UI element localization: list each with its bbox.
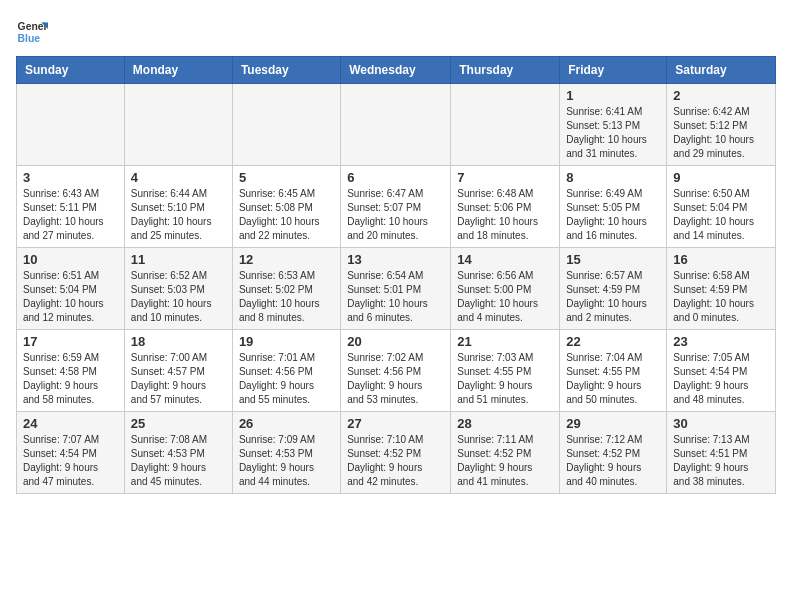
- day-info: Sunrise: 6:59 AM Sunset: 4:58 PM Dayligh…: [23, 351, 118, 407]
- day-info: Sunrise: 6:42 AM Sunset: 5:12 PM Dayligh…: [673, 105, 769, 161]
- calendar-cell: 13Sunrise: 6:54 AM Sunset: 5:01 PM Dayli…: [341, 248, 451, 330]
- calendar-cell: 20Sunrise: 7:02 AM Sunset: 4:56 PM Dayli…: [341, 330, 451, 412]
- day-number: 28: [457, 416, 553, 431]
- day-info: Sunrise: 7:02 AM Sunset: 4:56 PM Dayligh…: [347, 351, 444, 407]
- logo-icon: General Blue: [16, 16, 48, 48]
- calendar-cell: 19Sunrise: 7:01 AM Sunset: 4:56 PM Dayli…: [232, 330, 340, 412]
- calendar-cell: 2Sunrise: 6:42 AM Sunset: 5:12 PM Daylig…: [667, 84, 776, 166]
- day-info: Sunrise: 6:53 AM Sunset: 5:02 PM Dayligh…: [239, 269, 334, 325]
- calendar-cell: 8Sunrise: 6:49 AM Sunset: 5:05 PM Daylig…: [560, 166, 667, 248]
- day-number: 22: [566, 334, 660, 349]
- day-number: 15: [566, 252, 660, 267]
- day-info: Sunrise: 6:56 AM Sunset: 5:00 PM Dayligh…: [457, 269, 553, 325]
- calendar-cell: 4Sunrise: 6:44 AM Sunset: 5:10 PM Daylig…: [124, 166, 232, 248]
- day-info: Sunrise: 6:49 AM Sunset: 5:05 PM Dayligh…: [566, 187, 660, 243]
- calendar-cell: 22Sunrise: 7:04 AM Sunset: 4:55 PM Dayli…: [560, 330, 667, 412]
- calendar-cell: 25Sunrise: 7:08 AM Sunset: 4:53 PM Dayli…: [124, 412, 232, 494]
- weekday-header: Thursday: [451, 57, 560, 84]
- calendar-cell: 26Sunrise: 7:09 AM Sunset: 4:53 PM Dayli…: [232, 412, 340, 494]
- calendar-table: SundayMondayTuesdayWednesdayThursdayFrid…: [16, 56, 776, 494]
- weekday-header: Monday: [124, 57, 232, 84]
- page-header: General Blue: [16, 16, 776, 48]
- day-number: 1: [566, 88, 660, 103]
- calendar-cell: 10Sunrise: 6:51 AM Sunset: 5:04 PM Dayli…: [17, 248, 125, 330]
- day-number: 26: [239, 416, 334, 431]
- day-number: 5: [239, 170, 334, 185]
- day-info: Sunrise: 6:58 AM Sunset: 4:59 PM Dayligh…: [673, 269, 769, 325]
- day-info: Sunrise: 6:57 AM Sunset: 4:59 PM Dayligh…: [566, 269, 660, 325]
- day-number: 8: [566, 170, 660, 185]
- weekday-header: Sunday: [17, 57, 125, 84]
- day-number: 21: [457, 334, 553, 349]
- day-info: Sunrise: 7:03 AM Sunset: 4:55 PM Dayligh…: [457, 351, 553, 407]
- weekday-header: Tuesday: [232, 57, 340, 84]
- calendar-cell: 9Sunrise: 6:50 AM Sunset: 5:04 PM Daylig…: [667, 166, 776, 248]
- day-number: 18: [131, 334, 226, 349]
- weekday-header: Saturday: [667, 57, 776, 84]
- day-number: 25: [131, 416, 226, 431]
- day-number: 12: [239, 252, 334, 267]
- day-number: 10: [23, 252, 118, 267]
- calendar-week: 24Sunrise: 7:07 AM Sunset: 4:54 PM Dayli…: [17, 412, 776, 494]
- calendar-cell: 16Sunrise: 6:58 AM Sunset: 4:59 PM Dayli…: [667, 248, 776, 330]
- day-number: 4: [131, 170, 226, 185]
- calendar-cell: 11Sunrise: 6:52 AM Sunset: 5:03 PM Dayli…: [124, 248, 232, 330]
- calendar-cell: 18Sunrise: 7:00 AM Sunset: 4:57 PM Dayli…: [124, 330, 232, 412]
- day-number: 19: [239, 334, 334, 349]
- day-info: Sunrise: 7:12 AM Sunset: 4:52 PM Dayligh…: [566, 433, 660, 489]
- day-info: Sunrise: 7:11 AM Sunset: 4:52 PM Dayligh…: [457, 433, 553, 489]
- day-number: 9: [673, 170, 769, 185]
- calendar-cell: [232, 84, 340, 166]
- calendar-cell: 17Sunrise: 6:59 AM Sunset: 4:58 PM Dayli…: [17, 330, 125, 412]
- calendar-week: 3Sunrise: 6:43 AM Sunset: 5:11 PM Daylig…: [17, 166, 776, 248]
- day-info: Sunrise: 7:08 AM Sunset: 4:53 PM Dayligh…: [131, 433, 226, 489]
- logo: General Blue: [16, 16, 48, 48]
- svg-text:Blue: Blue: [18, 33, 41, 44]
- calendar-cell: 23Sunrise: 7:05 AM Sunset: 4:54 PM Dayli…: [667, 330, 776, 412]
- day-number: 29: [566, 416, 660, 431]
- day-number: 3: [23, 170, 118, 185]
- day-info: Sunrise: 6:44 AM Sunset: 5:10 PM Dayligh…: [131, 187, 226, 243]
- day-info: Sunrise: 6:45 AM Sunset: 5:08 PM Dayligh…: [239, 187, 334, 243]
- calendar-cell: 3Sunrise: 6:43 AM Sunset: 5:11 PM Daylig…: [17, 166, 125, 248]
- calendar-cell: 29Sunrise: 7:12 AM Sunset: 4:52 PM Dayli…: [560, 412, 667, 494]
- day-info: Sunrise: 7:05 AM Sunset: 4:54 PM Dayligh…: [673, 351, 769, 407]
- day-number: 27: [347, 416, 444, 431]
- day-info: Sunrise: 6:50 AM Sunset: 5:04 PM Dayligh…: [673, 187, 769, 243]
- weekday-header: Wednesday: [341, 57, 451, 84]
- day-info: Sunrise: 6:41 AM Sunset: 5:13 PM Dayligh…: [566, 105, 660, 161]
- day-number: 24: [23, 416, 118, 431]
- day-number: 14: [457, 252, 553, 267]
- calendar-cell: 1Sunrise: 6:41 AM Sunset: 5:13 PM Daylig…: [560, 84, 667, 166]
- day-number: 20: [347, 334, 444, 349]
- calendar-cell: 28Sunrise: 7:11 AM Sunset: 4:52 PM Dayli…: [451, 412, 560, 494]
- calendar-cell: 12Sunrise: 6:53 AM Sunset: 5:02 PM Dayli…: [232, 248, 340, 330]
- day-info: Sunrise: 6:48 AM Sunset: 5:06 PM Dayligh…: [457, 187, 553, 243]
- calendar-header: SundayMondayTuesdayWednesdayThursdayFrid…: [17, 57, 776, 84]
- day-number: 23: [673, 334, 769, 349]
- day-number: 7: [457, 170, 553, 185]
- calendar-cell: 6Sunrise: 6:47 AM Sunset: 5:07 PM Daylig…: [341, 166, 451, 248]
- day-info: Sunrise: 7:04 AM Sunset: 4:55 PM Dayligh…: [566, 351, 660, 407]
- calendar-cell: 5Sunrise: 6:45 AM Sunset: 5:08 PM Daylig…: [232, 166, 340, 248]
- day-info: Sunrise: 7:13 AM Sunset: 4:51 PM Dayligh…: [673, 433, 769, 489]
- day-number: 30: [673, 416, 769, 431]
- calendar-cell: 14Sunrise: 6:56 AM Sunset: 5:00 PM Dayli…: [451, 248, 560, 330]
- calendar-week: 1Sunrise: 6:41 AM Sunset: 5:13 PM Daylig…: [17, 84, 776, 166]
- day-info: Sunrise: 7:07 AM Sunset: 4:54 PM Dayligh…: [23, 433, 118, 489]
- calendar-cell: 21Sunrise: 7:03 AM Sunset: 4:55 PM Dayli…: [451, 330, 560, 412]
- calendar-cell: [124, 84, 232, 166]
- day-info: Sunrise: 6:52 AM Sunset: 5:03 PM Dayligh…: [131, 269, 226, 325]
- day-info: Sunrise: 6:47 AM Sunset: 5:07 PM Dayligh…: [347, 187, 444, 243]
- calendar-cell: 7Sunrise: 6:48 AM Sunset: 5:06 PM Daylig…: [451, 166, 560, 248]
- day-info: Sunrise: 6:51 AM Sunset: 5:04 PM Dayligh…: [23, 269, 118, 325]
- day-info: Sunrise: 7:09 AM Sunset: 4:53 PM Dayligh…: [239, 433, 334, 489]
- day-info: Sunrise: 7:00 AM Sunset: 4:57 PM Dayligh…: [131, 351, 226, 407]
- day-number: 6: [347, 170, 444, 185]
- calendar-cell: [17, 84, 125, 166]
- weekday-header: Friday: [560, 57, 667, 84]
- calendar-cell: [341, 84, 451, 166]
- calendar-body: 1Sunrise: 6:41 AM Sunset: 5:13 PM Daylig…: [17, 84, 776, 494]
- day-number: 11: [131, 252, 226, 267]
- calendar-cell: 27Sunrise: 7:10 AM Sunset: 4:52 PM Dayli…: [341, 412, 451, 494]
